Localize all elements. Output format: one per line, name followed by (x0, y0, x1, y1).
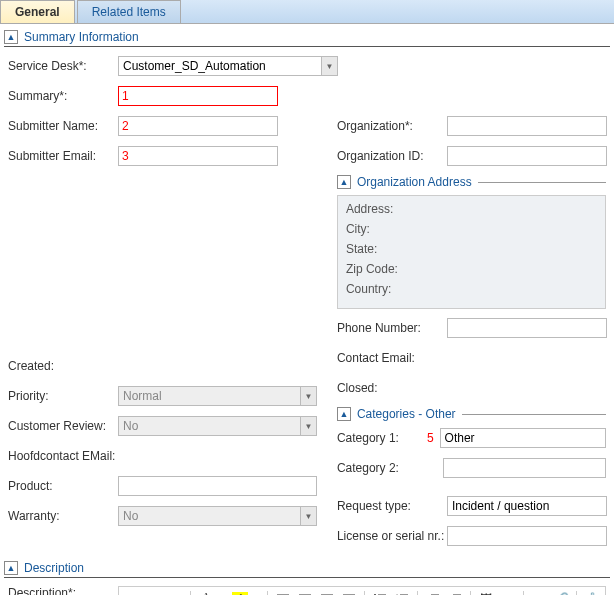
marker-5: 5 (427, 431, 434, 445)
label-country: Country: (346, 282, 416, 296)
chevron-down-icon: ▼ (300, 507, 316, 525)
image-icon[interactable]: 🖼 (476, 589, 496, 595)
label-request-type: Request type: (337, 499, 447, 513)
category2-input[interactable] (443, 458, 606, 478)
label-closed: Closed: (337, 381, 447, 395)
bold-button[interactable]: B (121, 589, 141, 595)
hr-icon[interactable]: — (498, 589, 518, 595)
table-icon[interactable]: ▦ (529, 589, 549, 595)
organization-id-input[interactable] (447, 146, 607, 166)
label-contact-email: Contact Email: (337, 351, 447, 365)
customer-review-select (118, 416, 317, 436)
label-category2: Category 2: (337, 461, 427, 475)
label-category1: Category 1: (337, 431, 427, 445)
link-icon[interactable]: 🔗 (551, 589, 571, 595)
label-phone: Phone Number: (337, 321, 447, 335)
summary-input[interactable] (118, 86, 278, 106)
chevron-down-icon[interactable]: ▼ (321, 57, 337, 75)
phone-input[interactable] (447, 318, 607, 338)
highlight-arrow[interactable]: ▼ (252, 589, 262, 595)
label-address: Address: (346, 202, 416, 216)
org-address-box: Address: City: State: Zip Code: Country: (337, 195, 606, 309)
license-input[interactable] (447, 526, 607, 546)
collapse-icon[interactable]: ▲ (337, 175, 351, 189)
collapse-icon[interactable]: ▲ (4, 561, 18, 575)
label-customer-review: Customer Review: (8, 419, 118, 433)
text-color-button[interactable]: A (196, 589, 216, 595)
chevron-down-icon: ▼ (300, 387, 316, 405)
highlight-button[interactable]: ab (230, 589, 250, 595)
align-center-icon[interactable] (295, 589, 315, 595)
outdent-icon[interactable] (423, 589, 443, 595)
priority-select (118, 386, 317, 406)
submitter-email-input[interactable] (118, 146, 278, 166)
number-list-icon[interactable]: 12 (392, 589, 412, 595)
description-section: ▲ Description Description*: 4 B I U A ▼ … (4, 561, 610, 595)
underline-button[interactable]: U (165, 589, 185, 595)
submitter-name-input[interactable] (118, 116, 278, 136)
label-summary: Summary*: (8, 89, 118, 103)
tab-bar: General Related Items (0, 0, 614, 24)
align-justify-icon[interactable] (339, 589, 359, 595)
label-description: Description*: (8, 586, 118, 595)
service-desk-select[interactable] (118, 56, 338, 76)
category1-input[interactable] (440, 428, 606, 448)
label-service-desk: Service Desk*: (8, 59, 118, 73)
label-organization: Organization*: (337, 119, 447, 133)
label-created: Created: (8, 359, 118, 373)
label-city: City: (346, 222, 416, 236)
label-organization-id: Organization ID: (337, 149, 447, 163)
editor-toolbar-1: B I U A ▼ ab ▼ 12 🖼 (118, 586, 606, 595)
tab-related-items[interactable]: Related Items (77, 0, 181, 23)
indent-icon[interactable] (445, 589, 465, 595)
italic-button[interactable]: I (143, 589, 163, 595)
request-type-input[interactable] (447, 496, 607, 516)
section-title-description: Description (24, 561, 84, 575)
label-license: License or serial nr.: (337, 530, 447, 543)
label-hoofdcontact: Hoofdcontact EMail: (8, 450, 118, 463)
section-title-categories: Categories - Other (357, 407, 456, 421)
text-color-arrow[interactable]: ▼ (218, 589, 228, 595)
label-submitter-name: Submitter Name: (8, 119, 118, 133)
tab-general[interactable]: General (0, 0, 75, 23)
marker-1: 1 (122, 89, 129, 103)
collapse-icon[interactable]: ▲ (4, 30, 18, 44)
marker-2: 2 (122, 119, 129, 133)
bullet-list-icon[interactable] (370, 589, 390, 595)
summary-section: ▲ Summary Information Service Desk*: ▼ S… (4, 30, 610, 555)
label-submitter-email: Submitter Email: (8, 149, 118, 163)
organization-input[interactable] (447, 116, 607, 136)
warranty-select (118, 506, 317, 526)
marker-3: 3 (122, 149, 129, 163)
section-title-summary: Summary Information (24, 30, 139, 44)
label-product: Product: (8, 479, 118, 493)
chevron-down-icon: ▼ (300, 417, 316, 435)
anchor-icon[interactable]: ⚓ (582, 589, 602, 595)
label-state: State: (346, 242, 416, 256)
product-input[interactable] (118, 476, 317, 496)
label-zip: Zip Code: (346, 262, 416, 276)
collapse-icon[interactable]: ▲ (337, 407, 351, 421)
align-right-icon[interactable] (317, 589, 337, 595)
align-left-icon[interactable] (273, 589, 293, 595)
label-priority: Priority: (8, 389, 118, 403)
label-warranty: Warranty: (8, 509, 118, 523)
section-title-orgaddr: Organization Address (357, 175, 472, 189)
